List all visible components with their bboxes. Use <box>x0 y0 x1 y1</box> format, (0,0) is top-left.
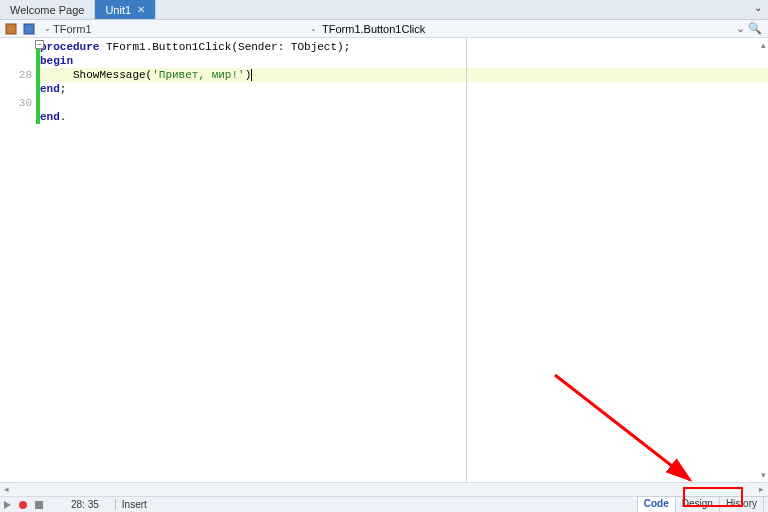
chevron-down-icon: ⌄ <box>44 24 51 33</box>
view-tab-design[interactable]: Design <box>675 496 720 512</box>
insert-mode: Insert <box>115 499 147 510</box>
code-text: ShowMessage( <box>40 69 152 81</box>
cursor-position: 28: 35 <box>71 499 99 510</box>
current-line: ShowMessage('Привет, мир!') <box>40 68 768 82</box>
view-tab-history[interactable]: History <box>719 496 764 512</box>
horizontal-scrollbar[interactable]: ◂ ▸ <box>0 482 768 496</box>
search-icon[interactable]: ⌄ 🔍 <box>736 22 762 35</box>
unit-icon[interactable] <box>4 22 18 36</box>
keyword: end <box>40 111 60 123</box>
tab-welcome-page[interactable]: Welcome Page <box>0 0 95 19</box>
document-tabbar: Welcome Page Unit1 ✕ ⌄ <box>0 0 768 20</box>
code-content[interactable]: −procedure TForm1.Button1Click(Sender: T… <box>40 38 768 482</box>
stop-icon[interactable] <box>35 501 43 509</box>
code-text: TForm1.Button1Click(Sender: TObject); <box>99 41 350 53</box>
svg-rect-1 <box>24 24 34 34</box>
text-cursor <box>251 69 252 81</box>
splitter[interactable] <box>466 38 467 482</box>
status-bar: 28: 35 Insert Code Design History <box>0 496 768 512</box>
class-selector[interactable]: ⌄TForm1 <box>40 23 96 35</box>
scroll-up-icon[interactable]: ▴ <box>761 40 766 50</box>
scroll-down-icon[interactable]: ▾ <box>761 470 766 480</box>
tab-label: Design <box>682 498 713 509</box>
keyword: end <box>40 83 60 95</box>
view-tab-code[interactable]: Code <box>637 496 676 512</box>
chevron-down-icon[interactable]: ⌄ <box>754 2 762 13</box>
tab-unit1[interactable]: Unit1 ✕ <box>95 0 156 19</box>
code-editor[interactable]: 28 30 −procedure TForm1.Button1Click(Sen… <box>0 38 768 482</box>
code-text: ) <box>245 69 252 81</box>
class-icon[interactable] <box>22 22 36 36</box>
class-name: TForm1 <box>53 23 92 35</box>
code-text: . <box>60 111 67 123</box>
fold-icon[interactable]: − <box>35 40 44 49</box>
keyword: begin <box>40 55 73 67</box>
tab-label: Code <box>644 498 669 509</box>
navigation-bar: ⌄TForm1 ⌄ TForm1.Button1Click ⌄ 🔍 <box>0 20 768 38</box>
line-number: 30 <box>0 96 32 110</box>
code-text: ; <box>60 83 67 95</box>
scroll-right-icon[interactable]: ▸ <box>759 484 764 494</box>
tab-label: Welcome Page <box>10 4 84 16</box>
keyword: procedure <box>40 41 99 53</box>
scroll-left-icon[interactable]: ◂ <box>4 484 9 494</box>
tab-label: History <box>726 498 757 509</box>
method-name: TForm1.Button1Click <box>322 23 425 35</box>
svg-rect-0 <box>6 24 16 34</box>
close-icon[interactable]: ✕ <box>137 4 145 15</box>
play-icon[interactable] <box>4 501 11 509</box>
string-literal: 'Привет, мир!' <box>152 69 244 81</box>
view-tabs: Code Design History <box>638 496 764 512</box>
line-number: 28 <box>0 68 32 82</box>
record-icon[interactable] <box>19 501 27 509</box>
chevron-down-icon[interactable]: ⌄ <box>310 24 317 33</box>
gutter: 28 30 <box>0 38 36 482</box>
tab-label: Unit1 <box>105 4 131 16</box>
